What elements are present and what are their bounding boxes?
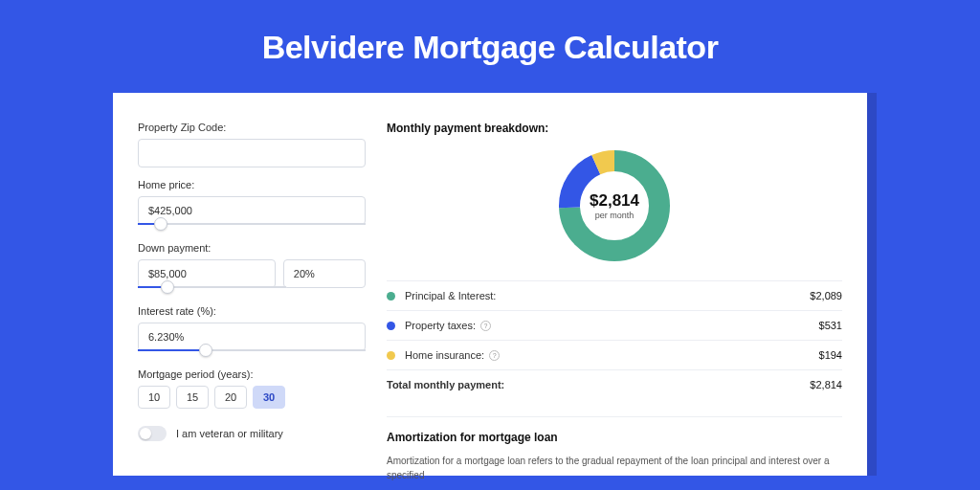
breakdown-title: Monthly payment breakdown: <box>387 122 842 135</box>
veteran-label: I am veteran or military <box>176 428 283 439</box>
info-icon[interactable]: ? <box>480 321 491 331</box>
home-price-label: Home price: <box>138 179 366 190</box>
amortization-text: Amortization for a mortgage loan refers … <box>387 454 842 482</box>
period-field-group: Mortgage period (years): 10152030 <box>138 368 366 409</box>
veteran-toggle[interactable] <box>138 426 167 441</box>
period-button-15[interactable]: 15 <box>176 386 209 409</box>
legend-total-row: Total monthly payment:$2,814 <box>387 370 842 399</box>
zip-field-group: Property Zip Code: <box>138 122 366 167</box>
home-price-input[interactable] <box>138 196 366 225</box>
legend-dot-icon <box>387 351 395 360</box>
period-button-30[interactable]: 30 <box>253 386 285 409</box>
calculator-card: Property Zip Code: Home price: Down paym… <box>113 93 867 476</box>
down-payment-slider[interactable] <box>138 286 286 294</box>
period-button-20[interactable]: 20 <box>214 386 247 409</box>
interest-label: Interest rate (%): <box>138 305 366 317</box>
home-price-slider[interactable] <box>138 223 366 231</box>
down-payment-amount-input[interactable] <box>138 259 276 288</box>
donut-value: $2,814 <box>590 191 639 211</box>
period-buttons: 10152030 <box>138 386 366 409</box>
interest-field-group: Interest rate (%): <box>138 305 366 357</box>
legend-label: Principal & Interest: <box>405 290 810 301</box>
amortization-title: Amortization for mortgage loan <box>387 431 842 444</box>
slider-thumb-icon[interactable] <box>199 344 212 357</box>
donut-sub: per month <box>590 211 639 220</box>
toggle-knob-icon <box>140 428 151 439</box>
zip-label: Property Zip Code: <box>138 122 366 133</box>
legend: Principal & Interest:$2,089Property taxe… <box>387 280 842 399</box>
legend-label: Home insurance:? <box>405 349 819 361</box>
down-payment-label: Down payment: <box>138 242 366 254</box>
form-panel: Property Zip Code: Home price: Down paym… <box>138 122 366 476</box>
legend-value: $2,089 <box>810 290 842 301</box>
zip-input[interactable] <box>138 139 366 167</box>
legend-total-label: Total monthly payment: <box>387 379 810 390</box>
period-button-10[interactable]: 10 <box>138 386 170 409</box>
page-title: Belvidere Mortgage Calculator <box>0 0 980 93</box>
interest-input[interactable] <box>138 323 366 351</box>
breakdown-panel: Monthly payment breakdown: $2,814 per mo… <box>387 122 842 476</box>
veteran-row: I am veteran or military <box>138 426 366 441</box>
slider-thumb-icon[interactable] <box>154 217 167 231</box>
period-label: Mortgage period (years): <box>138 368 366 380</box>
home-price-field-group: Home price: <box>138 179 366 231</box>
amortization-section: Amortization for mortgage loan Amortizat… <box>387 416 842 482</box>
legend-value: $531 <box>819 320 842 331</box>
info-icon[interactable]: ? <box>489 350 500 361</box>
slider-thumb-icon[interactable] <box>161 280 174 294</box>
legend-row: Property taxes:?$531 <box>387 311 842 341</box>
donut-chart: $2,814 per month <box>387 148 842 263</box>
legend-label: Property taxes:? <box>405 320 819 331</box>
interest-slider[interactable] <box>138 349 366 357</box>
legend-dot-icon <box>387 292 395 301</box>
legend-row: Principal & Interest:$2,089 <box>387 281 842 311</box>
down-payment-pct-input[interactable] <box>283 259 366 288</box>
legend-dot-icon <box>387 322 395 330</box>
legend-row: Home insurance:?$194 <box>387 341 842 370</box>
legend-total-value: $2,814 <box>810 379 842 390</box>
legend-value: $194 <box>819 349 842 361</box>
down-payment-field-group: Down payment: <box>138 242 366 294</box>
